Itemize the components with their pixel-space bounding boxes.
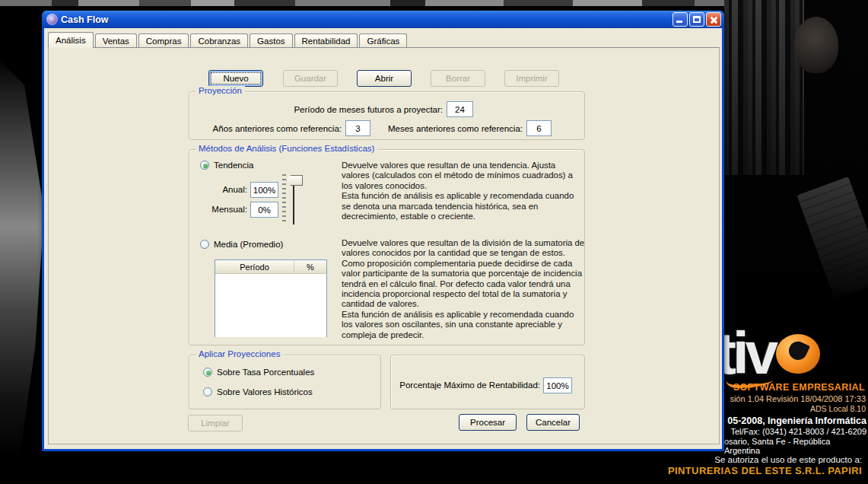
radio-circle-icon bbox=[203, 387, 212, 396]
close-button[interactable] bbox=[706, 12, 721, 27]
anios-referencia-input[interactable] bbox=[345, 120, 370, 136]
branding-panel: tiv SOFTWARE EMPRESARIAL sión 1.04 Revis… bbox=[724, 0, 868, 484]
tab-compras[interactable]: Compras bbox=[138, 33, 189, 48]
tab-ventas[interactable]: Ventas bbox=[95, 33, 137, 48]
tab-analisis[interactable]: Análisis bbox=[48, 32, 94, 48]
abrir-button[interactable]: Abrir bbox=[357, 70, 412, 87]
window-title: Cash Flow bbox=[61, 14, 672, 25]
background-photo bbox=[724, 0, 868, 333]
ads-local-text: ADS Local 8.10 bbox=[810, 404, 866, 413]
porcentaje-maximo-label: Porcentaje Máximo de Rentabilidad: bbox=[394, 381, 540, 390]
phone-text: Tel/Fax: (0341) 421-8003 / 421-6209 bbox=[730, 427, 866, 436]
periodo-table[interactable]: Período % bbox=[215, 260, 327, 337]
address-text: osario, Santa Fe - República Argentina bbox=[724, 437, 866, 455]
mensual-label: Mensual: bbox=[189, 205, 247, 214]
limpiar-button: Limpiar bbox=[188, 415, 243, 431]
tendencia-radio-label: Tendencia bbox=[214, 161, 253, 170]
titlebar[interactable]: Cash Flow bbox=[42, 11, 724, 28]
radio-circle-icon bbox=[200, 240, 209, 249]
tab-bar: Análisis Ventas Compras Cobranzas Gastos… bbox=[48, 32, 409, 48]
anios-referencia-label: Años anteriores como referencia: bbox=[189, 124, 342, 133]
minimize-button[interactable] bbox=[672, 12, 688, 27]
tendencia-radio[interactable]: Tendencia bbox=[200, 161, 253, 170]
sobre-valores-radio[interactable]: Sobre Valores Históricos bbox=[203, 387, 313, 396]
slider-thumb-icon[interactable] bbox=[286, 175, 303, 186]
photo-fade bbox=[724, 0, 868, 333]
slider-ticks bbox=[282, 174, 286, 223]
logo-swirl-icon bbox=[787, 339, 811, 363]
mensual-input[interactable] bbox=[250, 202, 278, 218]
periodo-meses-input[interactable] bbox=[447, 101, 473, 117]
periodo-table-body[interactable] bbox=[215, 274, 326, 337]
media-radio[interactable]: Media (Promedio) bbox=[200, 240, 283, 249]
periodo-meses-label: Período de meses futuros a proyectar: bbox=[189, 105, 443, 114]
version-text: sión 1.04 Revisión 18/04/2008 17:33 bbox=[730, 394, 866, 403]
periodo-column-header[interactable]: Período bbox=[215, 260, 294, 273]
proyeccion-group-title: Proyección bbox=[196, 86, 245, 95]
meses-referencia-input[interactable] bbox=[526, 120, 552, 136]
metodos-analisis-group: Métodos de Análisis (Funciones Estadísti… bbox=[189, 149, 585, 345]
rentabilidad-group: Porcentaje Máximo de Rentabilidad: bbox=[390, 355, 585, 409]
license-authorization-text: Se autoriza el uso de este producto a: bbox=[668, 455, 862, 464]
media-description: Devuelve valores que resultan de la divi… bbox=[342, 238, 587, 340]
brand-tagline: SOFTWARE EMPRESARIAL bbox=[733, 382, 865, 393]
maximize-button[interactable] bbox=[689, 12, 704, 27]
periodo-table-header[interactable]: Período % bbox=[215, 260, 326, 274]
tab-cobranzas[interactable]: Cobranzas bbox=[190, 33, 248, 48]
media-radio-label: Media (Promedio) bbox=[214, 240, 283, 249]
minimize-icon bbox=[676, 21, 682, 23]
proyeccion-group: Proyección Período de meses futuros a pr… bbox=[189, 91, 585, 140]
logo-o-icon bbox=[776, 334, 820, 374]
logo-letters: tiv bbox=[724, 320, 774, 387]
porcentaje-maximo-input[interactable] bbox=[543, 377, 572, 393]
sobre-tasa-radio[interactable]: Sobre Tasa Porcentuales bbox=[203, 368, 314, 377]
background-shelf-edge bbox=[0, 61, 44, 457]
meses-referencia-label: Meses anteriores como referencia: bbox=[370, 124, 523, 133]
percent-column-header[interactable]: % bbox=[294, 260, 326, 273]
sobre-tasa-radio-label: Sobre Tasa Porcentuales bbox=[217, 368, 314, 377]
license-footer: Se autoriza el uso de este producto a: P… bbox=[668, 455, 862, 476]
tab-graficas[interactable]: Gráficas bbox=[359, 33, 407, 48]
radio-dot-icon bbox=[200, 161, 209, 170]
cancelar-button[interactable]: Cancelar bbox=[526, 414, 580, 431]
tendencia-description: Devuelve valores que resultan de una ten… bbox=[342, 161, 585, 221]
aplicar-proyecciones-group-title: Aplicar Proyecciones bbox=[196, 349, 283, 358]
cash-flow-window: Cash Flow Análisis Ventas Compras Cobran… bbox=[42, 11, 724, 451]
licensee-name: PINTURERIAS DEL ESTE S.R.L. PAPIRI bbox=[668, 465, 862, 476]
metodos-analisis-group-title: Métodos de Análisis (Funciones Estadísti… bbox=[196, 144, 377, 153]
imprimir-button: Imprimir bbox=[504, 70, 559, 87]
anual-input[interactable] bbox=[250, 182, 278, 198]
procesar-button[interactable]: Procesar bbox=[459, 414, 517, 431]
tab-rentabilidad[interactable]: Rentabilidad bbox=[294, 33, 358, 48]
sobre-valores-radio-label: Sobre Valores Históricos bbox=[217, 387, 313, 396]
tab-gastos[interactable]: Gastos bbox=[250, 33, 292, 48]
nuevo-button[interactable]: Nuevo bbox=[208, 70, 263, 87]
radio-dot-icon bbox=[203, 368, 212, 377]
company-text: 05-2008, Ingeniería Informática bbox=[727, 416, 866, 426]
app-icon bbox=[46, 14, 58, 25]
guardar-button: Guardar bbox=[283, 70, 338, 87]
aplicar-proyecciones-group: Aplicar Proyecciones Sobre Tasa Porcentu… bbox=[189, 355, 381, 409]
anual-label: Anual: bbox=[189, 185, 247, 194]
maximize-icon bbox=[693, 16, 701, 23]
slider-track[interactable] bbox=[293, 182, 294, 224]
borrar-button: Borrar bbox=[431, 70, 485, 87]
